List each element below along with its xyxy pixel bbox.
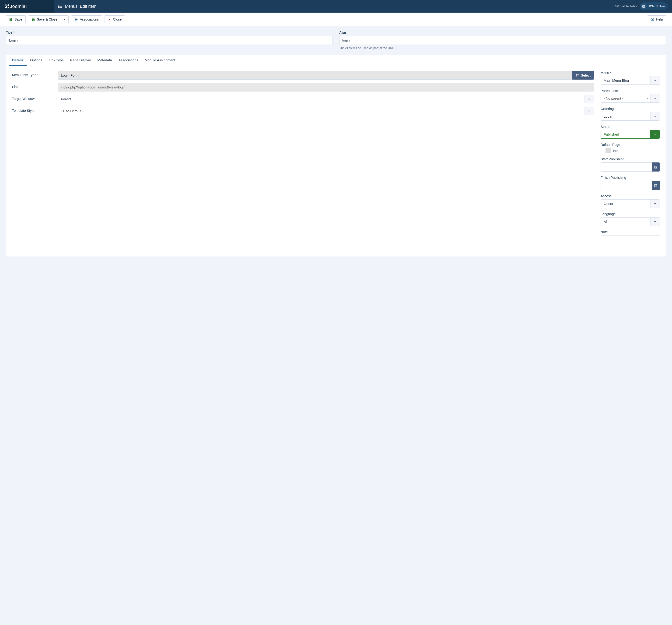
alias-input[interactable] (339, 36, 666, 45)
svg-rect-30 (656, 167, 656, 168)
save-icon (9, 18, 13, 21)
status-select[interactable]: Published (601, 130, 660, 139)
alias-help-text: The Alias will be used as part of the UR… (339, 46, 666, 50)
svg-point-9 (58, 7, 59, 8)
status-label: Status (601, 125, 660, 128)
help-icon (650, 18, 654, 21)
tab-module-assignment[interactable]: Module Assignment (141, 55, 178, 66)
svg-line-14 (644, 5, 645, 6)
chevron-down-icon (650, 76, 659, 85)
clear-parent-icon[interactable]: × (645, 94, 650, 102)
tab-details[interactable]: Details (9, 55, 27, 66)
joomla-mini-icon (611, 5, 614, 8)
template-style-select[interactable]: - Use Default - (58, 107, 594, 115)
calendar-icon (654, 184, 657, 187)
list-icon (576, 73, 579, 77)
chevron-down-icon (650, 217, 659, 226)
svg-rect-29 (655, 167, 655, 168)
toolbar: Save Save & Close Associations Close Hel… (0, 13, 672, 26)
menu-list-icon (58, 4, 63, 9)
header-right: 6.0.0-alpha1-dev JCMS6 User (611, 2, 672, 10)
chevron-down-icon (650, 130, 659, 138)
calendar-icon (654, 165, 657, 169)
form-body: Menu Item Type * Login Form Select Link … (6, 66, 666, 257)
svg-point-3 (8, 7, 9, 8)
title-input[interactable] (6, 36, 333, 45)
parent-item-label: Parent Item (601, 89, 660, 93)
save-close-dropdown[interactable] (61, 16, 69, 23)
language-label: Language (601, 212, 660, 216)
chevron-down-icon (650, 112, 659, 120)
svg-point-2 (5, 7, 7, 8)
edit-panel: Details Options Link Type Page Display M… (6, 55, 666, 257)
chevron-down-icon (584, 95, 594, 103)
language-select[interactable]: All (601, 217, 660, 226)
tab-link-type[interactable]: Link Type (46, 55, 67, 66)
parent-item-select[interactable]: - No parent - × (601, 94, 660, 103)
select-type-button[interactable]: Select (572, 71, 594, 79)
chevron-down-icon (650, 94, 659, 102)
menu-select[interactable]: Main Menu Blog (601, 76, 660, 85)
close-icon (108, 18, 111, 21)
save-close-button[interactable]: Save & Close (28, 16, 61, 23)
note-label: Note (601, 230, 660, 234)
ordering-select[interactable]: Login (601, 112, 660, 121)
tab-page-display[interactable]: Page Display (67, 55, 94, 66)
start-publishing-label: Start Publishing (601, 157, 660, 161)
link-value: index.php?option=com_users&view=login (58, 83, 594, 92)
tab-metadata[interactable]: Metadata (94, 55, 115, 66)
start-publishing-input[interactable] (601, 163, 652, 171)
note-input[interactable] (601, 235, 660, 244)
svg-point-18 (652, 20, 652, 20)
help-button[interactable]: Help (647, 16, 666, 23)
alias-label: Alias (339, 30, 666, 34)
svg-point-24 (576, 76, 577, 76)
brand-text: Joomla! (10, 4, 27, 9)
page-title: Menus: Edit Item (65, 4, 96, 9)
target-window-select[interactable]: Parent (58, 95, 594, 103)
tab-associations[interactable]: Associations (115, 55, 141, 66)
finish-publishing-label: Finish Publishing (601, 176, 660, 179)
target-window-label: Target Window (12, 95, 58, 101)
save-close-group: Save & Close (28, 16, 69, 23)
access-label: Access (601, 194, 660, 198)
save-icon (31, 18, 35, 21)
page-title-area: Menus: Edit Item (54, 4, 611, 9)
title-label: Title * (6, 30, 333, 34)
title-alias-row: Title * Alias The Alias will be used as … (0, 26, 672, 51)
start-publishing-calendar-button[interactable] (652, 163, 660, 171)
default-page-toggle[interactable] (601, 148, 611, 153)
menu-item-type-value: Login Form (58, 71, 572, 79)
tabs: Details Options Link Type Page Display M… (6, 55, 666, 66)
link-label: Link (12, 83, 58, 89)
menu-label: Menu * (601, 71, 660, 75)
svg-rect-36 (655, 186, 655, 186)
version-label: 6.0.0-alpha1-dev (611, 5, 637, 8)
side-column: Menu * Main Menu Blog Parent Item - No p… (601, 71, 660, 248)
chevron-down-icon (63, 18, 66, 21)
tab-options[interactable]: Options (27, 55, 46, 66)
svg-point-23 (576, 75, 577, 75)
joomla-logo-icon (5, 4, 10, 9)
access-select[interactable]: Guest (601, 199, 660, 208)
finish-publishing-calendar-button[interactable] (652, 181, 660, 190)
svg-point-13 (613, 6, 614, 7)
app-header: Joomla! Menus: Edit Item 6.0.0-alpha1-de… (0, 0, 672, 13)
chevron-down-icon (584, 107, 594, 115)
save-button[interactable]: Save (6, 16, 26, 23)
svg-point-7 (58, 5, 59, 5)
chevron-down-icon (650, 199, 659, 208)
user-chip[interactable]: JCMS6 User (640, 2, 668, 10)
menu-item-type-label: Menu Item Type * (12, 71, 58, 77)
svg-point-12 (612, 6, 613, 7)
user-name: JCMS6 User (648, 5, 665, 8)
svg-point-11 (613, 5, 614, 6)
default-page-value: No (613, 149, 618, 153)
close-button[interactable]: Close (104, 16, 125, 23)
svg-point-0 (5, 4, 7, 6)
finish-publishing-input[interactable] (601, 181, 652, 190)
associations-icon (74, 18, 78, 21)
default-page-label: Default Page (601, 143, 660, 147)
svg-point-10 (612, 5, 613, 6)
associations-button[interactable]: Associations (71, 16, 102, 23)
